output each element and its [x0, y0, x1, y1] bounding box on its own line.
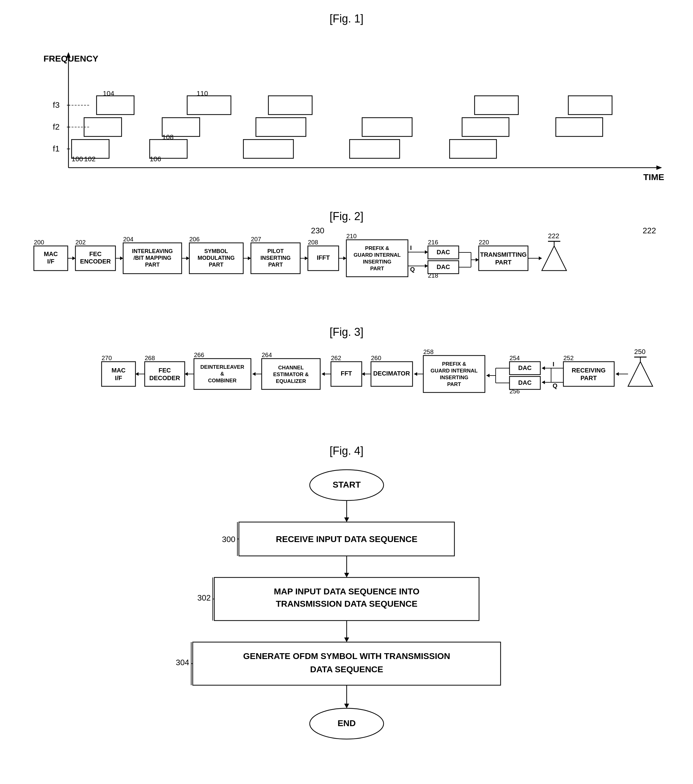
svg-marker-154 — [322, 372, 325, 376]
svg-marker-174 — [135, 372, 139, 376]
svg-text:TIME: TIME — [644, 172, 664, 182]
svg-marker-81 — [425, 250, 428, 254]
svg-text:216: 216 — [428, 239, 438, 245]
svg-marker-73 — [343, 256, 346, 260]
svg-text:262: 262 — [331, 354, 341, 361]
svg-marker-182 — [344, 517, 349, 522]
fig4-title: [Fig. 4] — [18, 445, 675, 458]
svg-text:DAC: DAC — [518, 364, 531, 371]
svg-marker-61 — [248, 256, 251, 260]
svg-rect-30 — [362, 118, 412, 137]
svg-marker-144 — [414, 372, 417, 376]
svg-text:264: 264 — [262, 351, 272, 358]
svg-text:252: 252 — [563, 354, 574, 361]
svg-text:268: 268 — [145, 354, 155, 361]
svg-text:Q: Q — [553, 382, 558, 389]
svg-text:FREQUENCY: FREQUENCY — [43, 54, 98, 63]
svg-text:DATA SEQUENCE: DATA SEQUENCE — [310, 665, 383, 674]
svg-rect-97 — [479, 246, 528, 270]
svg-rect-198 — [193, 642, 501, 685]
svg-text:I: I — [553, 361, 554, 367]
svg-text:207: 207 — [251, 236, 261, 242]
svg-text:MODULATING: MODULATING — [198, 255, 235, 261]
fig3-title: [Fig. 3] — [18, 326, 675, 339]
svg-text:210: 210 — [346, 233, 356, 239]
svg-text:254: 254 — [510, 354, 520, 361]
svg-text:PART: PART — [447, 381, 461, 387]
svg-marker-102 — [539, 256, 542, 260]
svg-text:DAC: DAC — [437, 264, 450, 270]
svg-text:IFFT: IFFT — [317, 254, 330, 261]
svg-text:MAC: MAC — [111, 367, 125, 374]
svg-text:266: 266 — [194, 351, 204, 358]
svg-marker-197 — [344, 637, 349, 642]
svg-marker-121 — [542, 366, 545, 370]
fig4-flowchart: START RECEIVE INPUT DATA SEQUENCE 300 MA… — [18, 464, 675, 741]
svg-marker-189 — [344, 573, 349, 578]
svg-rect-169 — [145, 362, 185, 386]
svg-text:256: 256 — [510, 388, 520, 395]
svg-text:PART: PART — [370, 266, 384, 272]
svg-marker-149 — [362, 372, 365, 376]
svg-marker-205 — [344, 704, 349, 708]
svg-text:206: 206 — [189, 236, 200, 242]
svg-text:102: 102 — [84, 155, 96, 163]
svg-text:CHANNEL: CHANNEL — [278, 365, 304, 371]
svg-rect-24 — [187, 96, 231, 115]
svg-text:PREFIX &: PREFIX & — [442, 361, 466, 367]
svg-text:200: 200 — [34, 239, 44, 245]
svg-rect-34 — [556, 118, 602, 137]
svg-text:Q: Q — [410, 266, 415, 273]
svg-text:ENCODER: ENCODER — [80, 258, 111, 265]
svg-marker-47 — [120, 256, 123, 260]
svg-text:MAC: MAC — [44, 250, 58, 257]
svg-text:DECIMATOR: DECIMATOR — [373, 370, 410, 377]
fig2-title: [Fig. 2] — [18, 210, 675, 223]
svg-text:EQUALIZER: EQUALIZER — [276, 378, 306, 384]
svg-text:DEINTERLEAVER: DEINTERLEAVER — [200, 364, 244, 370]
svg-rect-29 — [350, 140, 399, 158]
svg-marker-168 — [185, 372, 188, 376]
svg-rect-18 — [97, 96, 134, 115]
svg-text:PART: PART — [495, 259, 512, 266]
svg-text:END: END — [337, 718, 356, 728]
svg-text:INTERLEAVING: INTERLEAVING — [132, 248, 173, 254]
svg-text:SYMBOL: SYMBOL — [204, 248, 228, 254]
fig2-sub-label: 230 — [311, 226, 324, 236]
svg-text:222: 222 — [548, 232, 559, 240]
svg-text:DAC: DAC — [437, 249, 450, 255]
svg-text:106: 106 — [150, 155, 161, 163]
svg-text:COMBINER: COMBINER — [208, 378, 237, 384]
fig1-title: [Fig. 1] — [18, 12, 675, 25]
fig1-diagram: FREQUENCY TIME f1 f2 f3 100 102 — [18, 31, 675, 191]
svg-rect-27 — [256, 118, 306, 137]
svg-text:I: I — [410, 244, 412, 251]
svg-text:110: 110 — [196, 90, 208, 97]
svg-marker-112 — [616, 372, 619, 376]
svg-text:208: 208 — [308, 239, 318, 245]
svg-text:250: 250 — [634, 348, 645, 356]
fig2-diagram: MAC I/F 200 FEC ENCODER 202 INTERLEAVING… — [31, 229, 677, 291]
svg-text:f1: f1 — [53, 144, 60, 153]
svg-rect-113 — [563, 362, 614, 386]
svg-text:FEC: FEC — [89, 250, 102, 257]
svg-text:ESTIMATOR &: ESTIMATOR & — [273, 372, 309, 377]
fig4-section: [Fig. 4] START RECEIVE INPUT DATA SEQUEN… — [18, 445, 675, 741]
fig1-section: [Fig. 1] FREQUENCY TIME f1 f2 f3 — [18, 12, 675, 191]
svg-rect-175 — [102, 362, 135, 386]
svg-marker-68 — [305, 256, 308, 260]
svg-text:/BIT MAPPING: /BIT MAPPING — [133, 255, 171, 261]
svg-marker-96 — [476, 258, 479, 262]
svg-text:MAP INPUT DATA SEQUENCE INTO: MAP INPUT DATA SEQUENCE INTO — [274, 587, 419, 596]
svg-text:GUARD INTERNAL: GUARD INTERNAL — [354, 252, 401, 258]
svg-text:I/F: I/F — [47, 258, 54, 265]
svg-text:INSERTING: INSERTING — [261, 255, 290, 261]
svg-marker-103 — [542, 246, 566, 270]
svg-marker-123 — [542, 380, 545, 384]
svg-text:RECEIVE INPUT DATA SEQUENCE: RECEIVE INPUT DATA SEQUENCE — [276, 534, 417, 544]
svg-text:START: START — [332, 480, 361, 489]
svg-rect-31 — [449, 140, 496, 158]
svg-text:PART: PART — [581, 375, 597, 381]
svg-marker-41 — [73, 256, 76, 260]
svg-text:PART: PART — [268, 262, 283, 268]
